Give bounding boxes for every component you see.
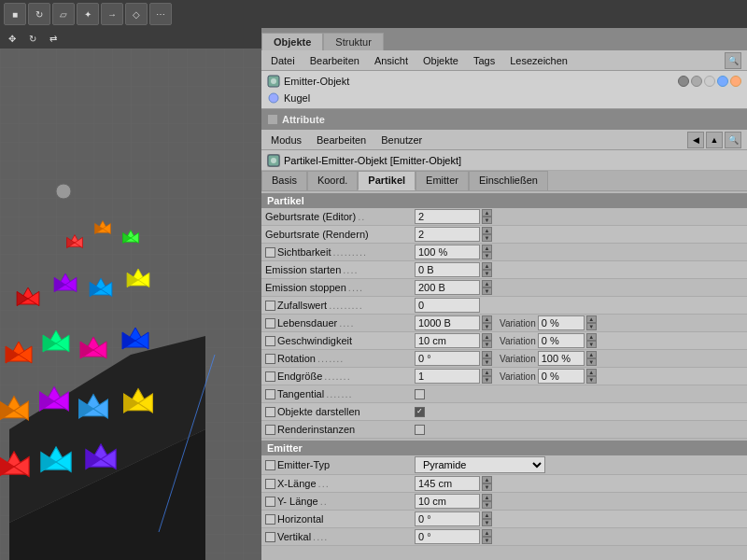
spinner-x-laenge[interactable]: ▲ ▼ (482, 476, 492, 491)
tab-objekte[interactable]: Objekte (261, 33, 323, 50)
spinner-vertikal[interactable]: ▲ ▼ (482, 529, 492, 544)
spinner-sichtbarkeit[interactable]: ▲ ▼ (482, 245, 492, 259)
spin-up[interactable]: ▲ (586, 333, 597, 341)
input-rotation[interactable] (415, 351, 480, 366)
spin-down[interactable]: ▼ (482, 252, 492, 259)
spin-down[interactable]: ▼ (482, 483, 492, 491)
dropdown-emitter-typ[interactable]: Pyramide Würfel Kugel (415, 456, 545, 473)
viewport-move-icon[interactable]: ✥ (4, 30, 21, 47)
tab-einschliessen[interactable]: Einschließen (469, 171, 548, 190)
search-obj-button[interactable]: 🔍 (725, 52, 741, 69)
menu-lesezeichen[interactable]: Lesezeichen (506, 53, 571, 68)
input-geschwindigkeit-variation[interactable] (538, 333, 585, 348)
spin-down[interactable]: ▼ (482, 519, 492, 526)
spinner-rotation[interactable]: ▲ ▼ (482, 351, 492, 366)
viewport-cam-icon[interactable]: ↻ (24, 30, 41, 47)
menu-objekte[interactable]: Objekte (419, 53, 462, 68)
toolbar-icon-7[interactable]: ⋯ (149, 3, 172, 25)
spin-down[interactable]: ▼ (586, 376, 597, 384)
attr-menu-bearbeiten[interactable]: Bearbeiten (313, 133, 370, 147)
spin-down[interactable]: ▼ (482, 287, 492, 295)
checkbox-endgroesse[interactable] (265, 371, 275, 382)
spinner-emission-stoppen[interactable]: ▲ ▼ (482, 280, 492, 295)
spin-up[interactable]: ▲ (482, 315, 492, 323)
toolbar-icon-5[interactable]: → (101, 3, 123, 25)
toolbar-icon-4[interactable]: ✦ (77, 3, 99, 25)
spin-up[interactable]: ▲ (482, 333, 492, 341)
checkbox-tangential[interactable] (265, 389, 275, 399)
checkbox-tangential-val[interactable] (415, 389, 425, 399)
checkbox-renderinstanzen[interactable] (265, 425, 275, 435)
checkbox-sichtbarkeit[interactable] (265, 247, 275, 258)
input-zufallswert[interactable] (415, 298, 480, 313)
spin-down[interactable]: ▼ (482, 341, 492, 348)
spinner-geschwindigkeit[interactable]: ▲ ▼ (482, 333, 492, 348)
spin-up[interactable]: ▲ (586, 351, 597, 358)
input-geburtsrate-rendern[interactable] (415, 227, 480, 242)
spin-down[interactable]: ▼ (482, 501, 492, 509)
checkbox-lebensdauer[interactable] (265, 318, 275, 329)
toolbar-icon-3[interactable]: ▱ (52, 3, 75, 25)
spin-up[interactable]: ▲ (482, 209, 492, 217)
spin-up[interactable]: ▲ (482, 494, 492, 501)
spin-up[interactable]: ▲ (482, 369, 492, 376)
viewport-zoom-icon[interactable]: ⇄ (45, 30, 62, 47)
spin-down[interactable]: ▼ (586, 358, 597, 366)
tab-koord[interactable]: Koord. (307, 171, 358, 190)
spin-down[interactable]: ▼ (482, 323, 492, 330)
spinner-rotation-var[interactable]: ▲ ▼ (586, 351, 597, 366)
checkbox-renderinstanzen-val[interactable] (415, 425, 425, 435)
checkbox-zufallswert[interactable] (265, 301, 275, 311)
input-sichtbarkeit[interactable] (415, 245, 480, 259)
spinner-lebensdauer-var[interactable]: ▲ ▼ (586, 315, 597, 330)
spinner-horizontal[interactable]: ▲ ▼ (482, 511, 492, 526)
spin-up[interactable]: ▲ (586, 315, 597, 323)
spin-up[interactable]: ▲ (482, 351, 492, 358)
toolbar-icon-6[interactable]: ◇ (125, 3, 148, 25)
obj-item-kugel[interactable]: Kugel (265, 90, 743, 106)
spinner-geburtsrate-rendern[interactable]: ▲ ▼ (482, 227, 492, 242)
spin-up[interactable]: ▲ (586, 369, 597, 376)
menu-ansicht[interactable]: Ansicht (371, 53, 412, 68)
spin-up[interactable]: ▲ (482, 262, 492, 270)
attr-menu-benutzer[interactable]: Benutzer (377, 133, 426, 147)
spin-down[interactable]: ▼ (482, 537, 492, 544)
input-endgroesse-variation[interactable] (538, 369, 585, 384)
checkbox-y-laenge[interactable] (265, 497, 275, 507)
checkbox-vertikal[interactable] (265, 532, 275, 542)
spinner-endgroesse[interactable]: ▲ ▼ (482, 369, 492, 384)
spin-up[interactable]: ▲ (482, 280, 492, 287)
tab-partikel[interactable]: Partikel (358, 171, 416, 190)
input-x-laenge[interactable] (415, 476, 480, 491)
input-horizontal[interactable] (415, 511, 480, 526)
checkbox-geschwindigkeit[interactable] (265, 336, 275, 346)
menu-datei[interactable]: Datei (267, 53, 299, 68)
attr-menu-modus[interactable]: Modus (267, 133, 305, 147)
tab-struktur[interactable]: Struktur (323, 33, 384, 50)
spinner-lebensdauer[interactable]: ▲ ▼ (482, 315, 492, 330)
tab-emitter[interactable]: Emitter (416, 171, 469, 190)
spin-up[interactable]: ▲ (482, 227, 492, 234)
input-y-laenge[interactable] (415, 494, 480, 509)
props-content[interactable]: Partikel Geburtsrate (Editor) .. ▲ ▼ (261, 191, 747, 560)
spinner-endgroesse-var[interactable]: ▲ ▼ (586, 369, 597, 384)
spin-down[interactable]: ▼ (586, 341, 597, 348)
obj-item-emitter[interactable]: Emitter-Objekt (265, 73, 743, 90)
spin-up[interactable]: ▲ (482, 529, 492, 537)
input-emission-starten[interactable] (415, 262, 480, 277)
spin-down[interactable]: ▼ (586, 323, 597, 330)
nav-back-button[interactable]: ◀ (687, 132, 704, 148)
input-rotation-variation[interactable] (538, 351, 585, 366)
nav-search-button[interactable]: 🔍 (725, 132, 741, 148)
spin-up[interactable]: ▲ (482, 245, 492, 252)
checkbox-objekte-darstellen-val[interactable] (415, 407, 425, 417)
spin-down[interactable]: ▼ (482, 217, 492, 224)
spinner-geschwindigkeit-var[interactable]: ▲ ▼ (586, 333, 597, 348)
input-endgroesse[interactable] (415, 369, 480, 384)
checkbox-rotation[interactable] (265, 354, 275, 364)
spinner-y-laenge[interactable]: ▲ ▼ (482, 494, 492, 509)
nav-up-button[interactable]: ▲ (706, 132, 723, 148)
spin-down[interactable]: ▼ (482, 376, 492, 384)
menu-tags[interactable]: Tags (470, 53, 499, 68)
spin-down[interactable]: ▼ (482, 270, 492, 277)
